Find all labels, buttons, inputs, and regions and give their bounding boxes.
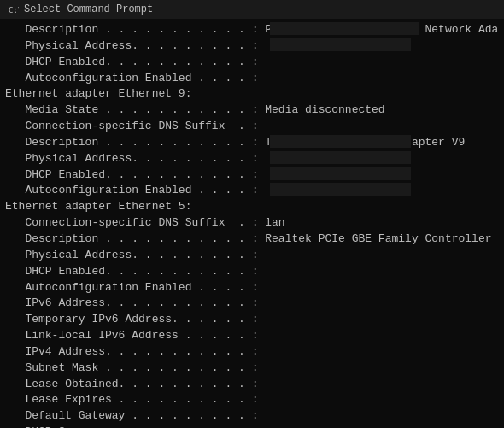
terminal-line: DHCP Enabled. . . . . . . . . . . : <box>5 167 499 184</box>
cmd-icon: C:\ <box>7 3 19 15</box>
terminal-content: Description . . . . . . . . . . . : Priv… <box>0 19 504 428</box>
terminal-line: Connection-specific DNS Suffix . : <box>5 119 499 135</box>
terminal-line: Physical Address. . . . . . . . . : <box>5 38 499 55</box>
redacted-block <box>270 183 411 196</box>
redacted-block <box>270 38 411 51</box>
redacted-block <box>270 151 411 164</box>
terminal-line: Physical Address. . . . . . . . . : <box>5 248 499 264</box>
terminal-line: Autoconfiguration Enabled . . . . : <box>5 71 499 87</box>
terminal-line: Connection-specific DNS Suffix . : lan <box>5 215 499 232</box>
terminal-line: Physical Address. . . . . . . . . : <box>5 151 499 167</box>
terminal-line: Lease Expires . . . . . . . . . . : <box>5 392 499 408</box>
terminal-line: Lease Obtained. . . . . . . . . . : <box>5 377 499 393</box>
terminal-line: Description . . . . . . . . . . . : Real… <box>5 232 499 248</box>
terminal-line: DHCP Server . . . . . . . . . . . : <box>5 425 499 428</box>
terminal-line: Autoconfiguration Enabled . . . . : <box>5 183 499 199</box>
section-header: Ethernet adapter Ethernet 5: <box>5 199 499 215</box>
redacted-block <box>270 22 419 35</box>
terminal-line: Temporary IPv6 Address. . . . . . : <box>5 312 499 328</box>
terminal-line: Subnet Mask . . . . . . . . . . . : <box>5 361 499 377</box>
svg-text:C:\: C:\ <box>9 6 19 15</box>
terminal-line: Description . . . . . . . . . . . : Priv… <box>5 22 499 38</box>
terminal-line: Description . . . . . . . . . . . : TAP-… <box>5 135 499 151</box>
terminal-line: Media State . . . . . . . . . . . : Medi… <box>5 103 499 119</box>
terminal-line: Default Gateway . . . . . . . . . : <box>5 408 499 425</box>
redacted-block <box>270 167 411 180</box>
terminal-line: IPv6 Address. . . . . . . . . . . : <box>5 296 499 312</box>
terminal-line: DHCP Enabled. . . . . . . . . . . : <box>5 55 499 71</box>
redacted-block <box>270 135 411 148</box>
title-bar: C:\ Select Command Prompt <box>0 0 504 19</box>
terminal-line: IPv4 Address. . . . . . . . . . . : <box>5 344 499 361</box>
terminal-line: Autoconfiguration Enabled . . . . : <box>5 280 499 296</box>
terminal-line: Link-local IPv6 Address . . . . . : <box>5 328 499 344</box>
section-header: Ethernet adapter Ethernet 9: <box>5 86 499 103</box>
terminal-line: DHCP Enabled. . . . . . . . . . . : <box>5 264 499 280</box>
title-bar-text: Select Command Prompt <box>24 3 153 15</box>
